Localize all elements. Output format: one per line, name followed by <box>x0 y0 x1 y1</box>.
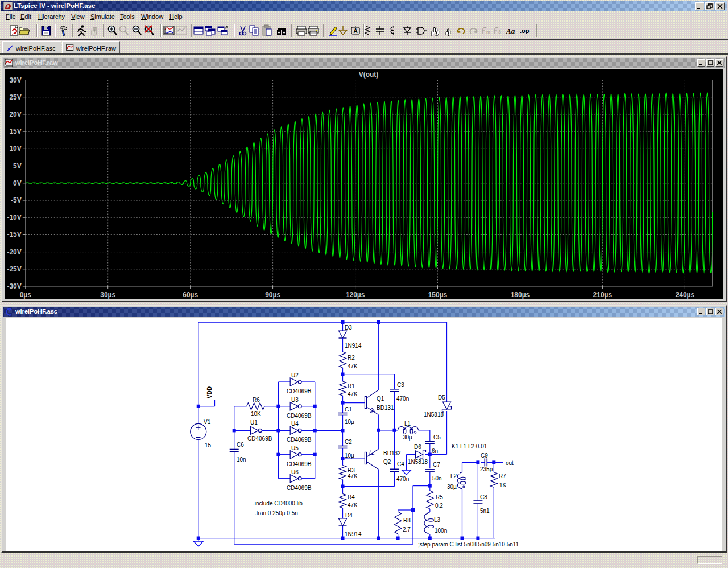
svg-text:1N5818: 1N5818 <box>408 459 428 465</box>
svg-text:L3: L3 <box>434 517 441 523</box>
svg-text:210µs: 210µs <box>593 291 613 299</box>
svg-text:60µs: 60µs <box>183 291 198 299</box>
svg-text:V1: V1 <box>204 419 211 425</box>
svg-text:C7: C7 <box>433 462 440 468</box>
svg-text:235p: 235p <box>480 466 493 472</box>
svg-text:30V: 30V <box>9 76 21 84</box>
svg-text:Q2: Q2 <box>383 459 391 465</box>
svg-text:D6: D6 <box>414 444 421 450</box>
svg-text:V(out): V(out) <box>359 71 379 79</box>
svg-text:D5: D5 <box>438 394 445 401</box>
svg-text:CD4069B: CD4069B <box>247 435 272 442</box>
svg-text:U3: U3 <box>291 397 299 403</box>
svg-text:3: 3 <box>498 29 501 35</box>
svg-text:10K: 10K <box>251 411 261 417</box>
svg-text:1K: 1K <box>499 482 507 488</box>
svg-text:6n: 6n <box>432 448 438 454</box>
svg-text:15: 15 <box>205 442 212 448</box>
svg-text:C9: C9 <box>481 452 488 459</box>
svg-text:-15V: -15V <box>7 231 21 238</box>
svg-text:D4: D4 <box>345 512 353 518</box>
svg-text:K1 L1 L2 0.01: K1 L1 L2 0.01 <box>452 443 487 450</box>
svg-text:C4: C4 <box>397 461 404 467</box>
svg-text:C1: C1 <box>345 406 352 413</box>
svg-text:R6: R6 <box>253 397 260 403</box>
svg-text:47K: 47K <box>348 473 358 479</box>
svg-text:C8: C8 <box>480 494 487 500</box>
svg-text:R2: R2 <box>348 355 355 361</box>
svg-text:C2: C2 <box>345 439 352 445</box>
svg-text:-30V: -30V <box>7 282 21 290</box>
svg-text:470n: 470n <box>396 396 409 402</box>
svg-text:180µs: 180µs <box>511 291 530 299</box>
svg-text:CD4069B: CD4069B <box>287 388 312 394</box>
svg-text:-10V: -10V <box>7 213 21 221</box>
svg-text:1N914: 1N914 <box>345 531 362 537</box>
svg-text:10V: 10V <box>9 145 21 153</box>
svg-text:25V: 25V <box>9 93 21 101</box>
svg-text:1N914: 1N914 <box>345 343 362 349</box>
svg-text:C6: C6 <box>237 442 244 448</box>
svg-text:R5: R5 <box>436 494 443 500</box>
svg-text:-20V: -20V <box>7 248 21 256</box>
svg-text:D3: D3 <box>345 324 352 331</box>
svg-text:U4: U4 <box>291 421 299 427</box>
svg-text:R8: R8 <box>403 517 411 524</box>
svg-text:A: A <box>353 28 357 34</box>
svg-text:R1: R1 <box>348 383 355 389</box>
svg-text:CD4069B: CD4069B <box>287 413 312 419</box>
svg-text:0µs: 0µs <box>20 291 32 299</box>
svg-text:Q1: Q1 <box>377 396 384 402</box>
svg-text:470n: 470n <box>396 476 409 482</box>
svg-text:.op: .op <box>520 27 530 34</box>
svg-text:U1: U1 <box>250 419 258 426</box>
svg-text:30µ: 30µ <box>403 434 412 441</box>
svg-text:10µ: 10µ <box>345 419 354 425</box>
svg-text:U5: U5 <box>291 445 299 451</box>
svg-text:L2: L2 <box>450 473 457 479</box>
svg-text:120µs: 120µs <box>346 291 365 299</box>
svg-text:47K: 47K <box>348 502 358 508</box>
svg-text:m: m <box>486 30 490 35</box>
svg-text:47K: 47K <box>348 363 358 369</box>
svg-text:U6: U6 <box>291 469 299 475</box>
svg-text:5V: 5V <box>13 162 22 170</box>
svg-text:.tran 0 250µ 0 5n: .tran 0 250µ 0 5n <box>255 510 298 516</box>
svg-text:U2: U2 <box>291 372 299 378</box>
svg-text:15V: 15V <box>9 127 21 135</box>
svg-text:10µ: 10µ <box>345 452 354 459</box>
svg-text:C5: C5 <box>433 434 441 441</box>
svg-text:out: out <box>506 460 514 466</box>
svg-text:R7: R7 <box>499 473 506 479</box>
svg-text:L1: L1 <box>404 421 411 427</box>
svg-text:90µs: 90µs <box>265 291 280 299</box>
svg-text:100n: 100n <box>435 528 447 534</box>
svg-text:R4: R4 <box>348 494 355 500</box>
svg-text:47K: 47K <box>348 391 358 397</box>
svg-text:CD4069B: CD4069B <box>287 485 312 491</box>
svg-text:C3: C3 <box>397 382 404 388</box>
svg-text:5n1: 5n1 <box>480 508 490 514</box>
svg-text:50n: 50n <box>432 475 442 481</box>
svg-text:150µs: 150µs <box>428 291 448 299</box>
svg-text:-5V: -5V <box>11 196 22 204</box>
svg-text:30µs: 30µs <box>100 291 115 299</box>
svg-text:0.2: 0.2 <box>435 503 443 509</box>
svg-text:20V: 20V <box>9 110 21 118</box>
svg-text:0V: 0V <box>13 179 22 187</box>
svg-text:.include CD4000.lib: .include CD4000.lib <box>253 500 303 507</box>
svg-text:CD4069B: CD4069B <box>287 437 312 443</box>
svg-text:240µs: 240µs <box>676 291 695 299</box>
svg-text:VDD: VDD <box>206 386 213 398</box>
svg-text:BD131: BD131 <box>377 405 394 411</box>
svg-text:CD4069B: CD4069B <box>287 461 312 467</box>
svg-text:Aa: Aa <box>506 27 515 35</box>
svg-text:BD132: BD132 <box>383 450 401 456</box>
svg-text:-25V: -25V <box>7 265 21 273</box>
svg-text:30µ: 30µ <box>447 484 457 490</box>
svg-text:;step param C list 5n08 5n09 5: ;step param C list 5n08 5n09 5n10 5n11 <box>418 541 519 548</box>
svg-text:2.7: 2.7 <box>403 526 411 533</box>
svg-text:1N5818: 1N5818 <box>424 411 444 418</box>
svg-text:10n: 10n <box>237 456 246 463</box>
